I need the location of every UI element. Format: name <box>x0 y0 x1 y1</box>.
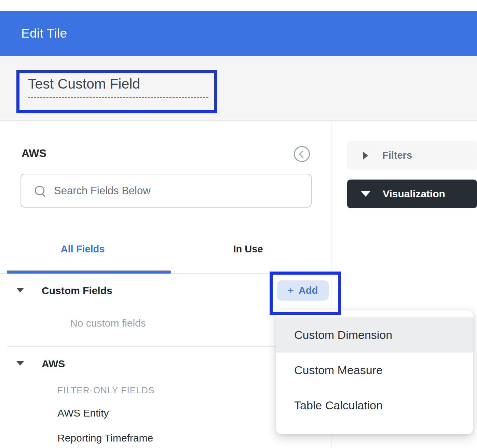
triangle-down-icon <box>361 191 370 197</box>
section-custom-fields-label: Custom Fields <box>42 285 112 297</box>
field-item-aws-entity[interactable]: AWS Entity <box>57 407 109 419</box>
filter-only-fields-heading: FILTER-ONLY FIELDS <box>57 385 155 396</box>
caret-down-icon[interactable] <box>16 361 24 367</box>
field-item-reporting-timeframe[interactable]: Reporting Timeframe <box>57 432 153 444</box>
filters-section-header[interactable]: Filters <box>347 141 477 170</box>
dialog-title: Edit Tile <box>21 26 67 41</box>
edit-tile-dialog: Edit Tile Test Custom Field AWS All Fiel… <box>0 0 477 448</box>
field-tabs: All Fields In Use <box>0 239 331 274</box>
menu-item-table-calculation[interactable]: Table Calculation <box>276 388 473 423</box>
add-button-label: Add <box>299 286 318 295</box>
section-aws-label: AWS <box>42 358 65 370</box>
dialog-header: Edit Tile <box>0 11 477 56</box>
triangle-right-icon <box>363 151 368 160</box>
add-custom-field-button[interactable]: + Add <box>277 280 329 301</box>
chevron-left-icon <box>299 150 307 158</box>
menu-item-label: Custom Measure <box>294 364 383 377</box>
search-input[interactable] <box>53 184 304 197</box>
menu-item-custom-measure[interactable]: Custom Measure <box>276 353 473 388</box>
search-icon <box>35 186 45 196</box>
plus-icon: + <box>288 285 294 296</box>
explore-name: AWS <box>22 147 46 160</box>
collapse-panel-button[interactable] <box>294 146 310 162</box>
menu-list: Custom Dimension Custom Measure Table Ca… <box>276 310 473 423</box>
menu-item-label: Table Calculation <box>294 399 383 412</box>
field-search-box[interactable] <box>21 174 312 208</box>
section-custom-fields[interactable]: Custom Fields <box>0 283 267 298</box>
caret-down-icon[interactable] <box>16 288 24 294</box>
add-field-menu: Custom Dimension Custom Measure Table Ca… <box>276 310 473 434</box>
no-custom-fields-note: No custom fields <box>70 317 146 329</box>
section-aws[interactable]: AWS <box>0 356 267 371</box>
visualization-section-header[interactable]: Visualization <box>347 180 477 208</box>
tab-all-fields[interactable]: All Fields <box>0 239 165 274</box>
visualization-label: Visualization <box>383 188 445 200</box>
menu-item-custom-dimension[interactable]: Custom Dimension <box>276 317 473 353</box>
tab-in-use[interactable]: In Use <box>165 239 331 274</box>
filters-label: Filters <box>382 150 412 161</box>
tile-title-input[interactable]: Test Custom Field <box>28 76 208 98</box>
active-tab-indicator <box>7 271 171 274</box>
menu-item-label: Custom Dimension <box>294 328 392 342</box>
